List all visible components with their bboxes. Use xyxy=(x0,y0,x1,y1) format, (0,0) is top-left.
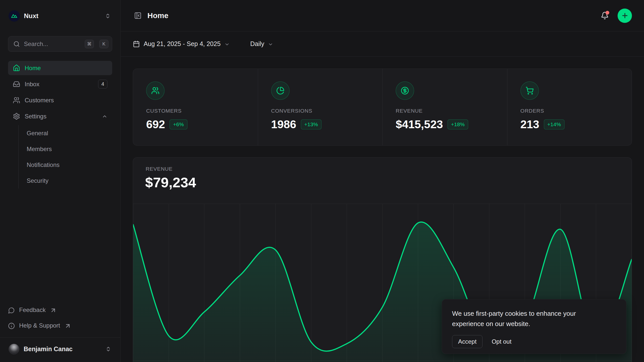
search-placeholder: Search... xyxy=(24,40,81,48)
accept-button[interactable]: Accept xyxy=(452,335,482,348)
external-link-icon xyxy=(64,323,71,329)
sidebar-item-customers[interactable]: Customers xyxy=(8,93,112,107)
feedback-link[interactable]: Feedback xyxy=(8,303,112,318)
help-support-link[interactable]: Help & Support xyxy=(8,318,112,334)
sidebar-footer: Feedback Help & Support Benjamin Canac xyxy=(8,303,112,362)
stat-label: ORDERS xyxy=(520,108,632,114)
dollar-circle-icon xyxy=(401,86,409,95)
sidebar-item-inbox[interactable]: Inbox 4 xyxy=(8,77,112,91)
opt-out-button[interactable]: Opt out xyxy=(492,338,511,345)
team-switcher[interactable]: Nuxt xyxy=(8,10,112,22)
stat-delta-badge: +14% xyxy=(544,119,565,129)
filters-toolbar: Aug 21, 2025 - Sep 4, 2025 Daily xyxy=(121,31,644,57)
sidebar-item-members[interactable]: Members xyxy=(27,141,112,157)
external-link-icon xyxy=(50,307,57,314)
gear-icon xyxy=(13,113,20,120)
revenue-chart-label: REVENUE xyxy=(146,166,173,172)
pie-chart-icon xyxy=(276,86,285,95)
user-menu[interactable]: Benjamin Canac xyxy=(8,338,112,362)
inbox-icon xyxy=(13,80,20,88)
add-button[interactable] xyxy=(618,9,632,23)
dashboard-page: Nuxt Search... ⌘ K Home Inbox 4 Customer… xyxy=(0,0,644,362)
inbox-count-badge: 4 xyxy=(98,80,107,88)
nuxt-logo-icon xyxy=(9,10,20,22)
stat-conversions[interactable]: CONVERSIONS 1986 +13% xyxy=(258,69,383,145)
stat-label: CUSTOMERS xyxy=(146,108,258,114)
panel-left-close-icon xyxy=(134,12,142,19)
search-input[interactable]: Search... ⌘ K xyxy=(8,36,112,52)
stat-value: 213 xyxy=(520,118,539,131)
sidebar-item-label: Home xyxy=(25,65,107,72)
page-header: Home xyxy=(121,0,644,31)
home-icon xyxy=(13,64,20,72)
message-circle-icon xyxy=(8,307,15,314)
sidebar: Nuxt Search... ⌘ K Home Inbox 4 Customer… xyxy=(0,0,120,362)
feedback-label: Feedback xyxy=(19,306,46,313)
sidebar-toggle-button[interactable] xyxy=(133,11,143,21)
revenue-chart-value: $79,234 xyxy=(145,174,196,191)
stat-delta-badge: +13% xyxy=(301,119,321,129)
cookie-banner: We use first-party cookies to enhance yo… xyxy=(442,299,626,354)
shopping-cart-icon xyxy=(526,86,534,95)
search-icon xyxy=(13,41,20,47)
calendar-icon xyxy=(133,40,140,48)
stat-icon-badge xyxy=(396,81,414,100)
sidebar-nav: Home Inbox 4 Customers Settings General … xyxy=(8,61,112,189)
chevron-down-icon xyxy=(268,42,273,47)
info-icon xyxy=(8,323,15,329)
stat-value: 692 xyxy=(146,118,165,131)
plus-icon xyxy=(621,12,629,19)
sidebar-item-label: Customers xyxy=(25,97,107,104)
stat-icon-badge xyxy=(146,81,165,100)
team-name: Nuxt xyxy=(24,12,101,20)
stat-value: 1986 xyxy=(271,118,296,131)
stat-customers[interactable]: CUSTOMERS 692 +6% xyxy=(133,69,258,145)
users-icon xyxy=(151,86,159,95)
settings-subnav: General Members Notifications Security xyxy=(18,125,112,189)
notification-dot xyxy=(606,11,609,15)
stat-delta-badge: +6% xyxy=(170,119,187,129)
stat-label: CONVERSIONS xyxy=(271,108,383,114)
date-range-value: Aug 21, 2025 - Sep 4, 2025 xyxy=(144,40,221,48)
cookie-message: We use first-party cookies to enhance yo… xyxy=(452,308,608,329)
chevrons-up-down-icon xyxy=(105,13,111,19)
granularity-value: Daily xyxy=(250,40,264,48)
stat-revenue[interactable]: REVENUE $415,523 +18% xyxy=(382,69,507,145)
help-support-label: Help & Support xyxy=(19,322,60,329)
stat-icon-badge xyxy=(271,81,290,100)
chevrons-up-down-icon xyxy=(105,346,111,352)
sidebar-item-label: Inbox xyxy=(25,81,94,88)
user-name: Benjamin Canac xyxy=(24,345,101,353)
chevron-down-icon xyxy=(224,42,230,47)
stat-label: REVENUE xyxy=(396,108,507,114)
sidebar-item-notifications[interactable]: Notifications xyxy=(27,157,112,173)
stat-icon-badge xyxy=(520,81,539,100)
notifications-button[interactable] xyxy=(599,10,610,21)
sidebar-item-security[interactable]: Security xyxy=(27,173,112,189)
sidebar-item-home[interactable]: Home xyxy=(8,61,112,75)
stat-value: $415,523 xyxy=(396,118,443,131)
stats-card-group: CUSTOMERS 692 +6% CONVERSIONS 1986 +13% xyxy=(133,69,632,146)
avatar xyxy=(9,344,19,354)
granularity-select[interactable]: Daily xyxy=(250,36,278,52)
page-title: Home xyxy=(147,11,168,20)
sidebar-item-general[interactable]: General xyxy=(27,125,112,141)
sidebar-item-settings[interactable]: Settings xyxy=(8,109,112,123)
kbd-k: K xyxy=(99,40,108,48)
date-range-button[interactable]: Aug 21, 2025 - Sep 4, 2025 xyxy=(133,36,234,52)
sidebar-item-label: Settings xyxy=(25,113,97,120)
stat-orders[interactable]: ORDERS 213 +14% xyxy=(507,69,632,145)
users-icon xyxy=(13,97,20,104)
chevron-up-icon xyxy=(102,114,107,119)
kbd-cmd: ⌘ xyxy=(85,40,94,48)
stat-delta-badge: +18% xyxy=(448,119,468,129)
